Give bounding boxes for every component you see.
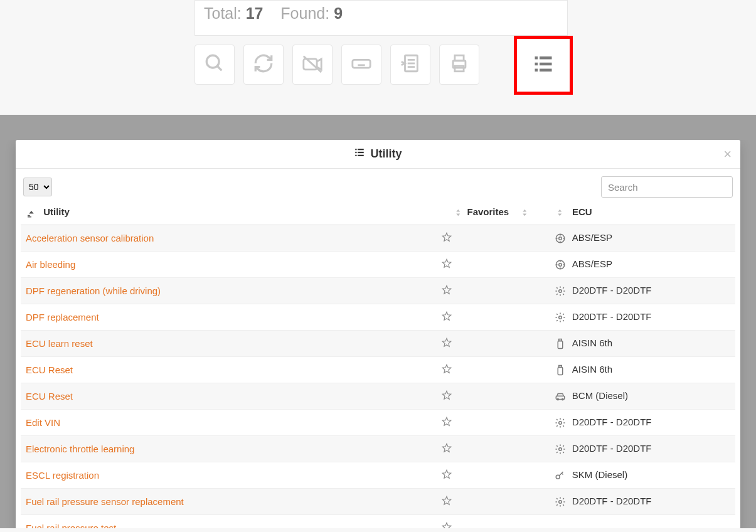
svg-rect-24 (358, 149, 364, 150)
column-header-utility[interactable]: Utility (21, 201, 364, 225)
utility-table: Utility Favorites (21, 201, 735, 528)
table-row: ECU ResetBCM (Diesel) (21, 383, 735, 410)
svg-rect-25 (356, 152, 357, 153)
favorite-star[interactable] (441, 390, 452, 401)
table-row: ESCL registrationSKM (Diesel) (21, 462, 735, 489)
gear-icon (555, 496, 566, 508)
modal-container: Utility × 50 Utility (0, 139, 756, 528)
utility-link[interactable]: Fuel rail pressure test (26, 523, 116, 528)
svg-rect-26 (358, 152, 364, 153)
favorite-star[interactable] (441, 284, 452, 295)
svg-rect-21 (535, 69, 538, 72)
favorite-star[interactable] (441, 469, 452, 480)
found-label: Found: (280, 4, 329, 22)
svg-marker-47 (442, 312, 451, 320)
svg-rect-23 (356, 149, 357, 150)
search-icon (204, 53, 225, 77)
table-row: ECU learn resetAISIN 6th (21, 331, 735, 357)
close-button[interactable]: × (723, 146, 732, 162)
list-button-highlighted[interactable] (514, 36, 573, 95)
gear-icon (555, 444, 566, 455)
key-icon (555, 470, 566, 481)
favorite-star[interactable] (441, 442, 452, 454)
export-icon (400, 53, 421, 77)
sort-asc-icon (26, 207, 37, 218)
ecu-label: AISIN 6th (572, 364, 612, 375)
svg-rect-18 (540, 56, 552, 60)
table-row: Electronic throttle learningD20DTF - D20… (21, 436, 735, 462)
utility-link[interactable]: Fuel rail pressure sensor replacement (26, 496, 184, 507)
table-row: Fuel rail pressure sensor replacementD20… (21, 489, 735, 515)
svg-rect-28 (358, 155, 364, 156)
table-controls: 50 (16, 169, 740, 201)
svg-rect-54 (558, 368, 563, 375)
keyboard-button[interactable] (341, 45, 381, 85)
svg-marker-49 (442, 338, 451, 346)
table-row: Air bleedingABS/ESP (21, 252, 735, 278)
table-row: DPF replacementD20DTF - D20DTF (21, 304, 735, 331)
svg-marker-55 (442, 391, 451, 399)
svg-point-33 (559, 237, 562, 240)
favorite-star[interactable] (441, 416, 452, 427)
ecu-label: D20DTF - D20DTF (572, 496, 652, 506)
refresh-button[interactable] (243, 45, 284, 85)
favorite-star[interactable] (441, 311, 452, 322)
utility-link[interactable]: DPF regeneration (while driving) (26, 285, 161, 296)
svg-point-62 (559, 448, 562, 451)
summary-text: Total: 17 Found: 9 (195, 1, 567, 35)
svg-rect-30 (28, 216, 31, 218)
ecu-label: D20DTF - D20DTF (572, 443, 652, 454)
utility-link[interactable]: Acceleration sensor calibration (26, 233, 154, 243)
sort-icon (555, 207, 566, 218)
utility-link[interactable]: Air bleeding (26, 259, 75, 270)
table-row: Fuel rail pressure test (21, 515, 735, 528)
ecu-label: AISIN 6th (572, 338, 612, 348)
export-button[interactable] (390, 45, 430, 85)
favorite-star[interactable] (441, 231, 452, 243)
toolbar (194, 45, 756, 85)
favorite-star[interactable] (441, 521, 452, 528)
search-input[interactable] (601, 176, 733, 198)
svg-rect-17 (535, 56, 538, 60)
ecu-label: BCM (Diesel) (572, 390, 628, 401)
svg-point-48 (559, 316, 562, 319)
svg-marker-38 (442, 259, 451, 267)
print-button[interactable] (439, 45, 479, 85)
utility-link[interactable]: ESCL registration (26, 470, 99, 481)
svg-point-40 (559, 263, 562, 267)
svg-point-66 (559, 501, 562, 504)
disc-icon (555, 259, 566, 270)
svg-point-46 (559, 290, 562, 293)
utility-link[interactable]: DPF replacement (26, 312, 99, 322)
search-button[interactable] (194, 45, 235, 85)
favorite-star[interactable] (441, 337, 452, 348)
table-row: DPF regeneration (while driving)D20DTF -… (21, 278, 735, 304)
svg-marker-65 (442, 496, 451, 504)
svg-marker-63 (442, 470, 451, 478)
page-size-select[interactable]: 50 (23, 178, 52, 196)
svg-marker-52 (442, 364, 451, 373)
utility-link[interactable]: ECU Reset (26, 364, 73, 375)
svg-marker-61 (442, 444, 451, 452)
camera-off-icon (302, 53, 323, 77)
ecu-label: D20DTF - D20DTF (572, 311, 652, 322)
modal-title: Utility (370, 147, 402, 161)
gear-icon (555, 312, 566, 323)
utility-link[interactable]: ECU learn reset (26, 338, 93, 349)
svg-point-60 (559, 422, 562, 425)
table-row: ECU ResetAISIN 6th (21, 357, 735, 383)
utility-link[interactable]: Edit VIN (26, 417, 60, 428)
favorite-star[interactable] (441, 363, 452, 375)
column-header-favorites[interactable]: Favorites (364, 201, 550, 225)
column-header-ecu[interactable]: ECU (550, 201, 735, 225)
svg-rect-4 (353, 60, 370, 68)
total-value: 17 (246, 4, 264, 22)
favorite-star[interactable] (441, 495, 452, 506)
svg-marker-31 (442, 233, 451, 241)
table-row: Edit VIND20DTF - D20DTF (21, 410, 735, 436)
favorite-star[interactable] (441, 258, 452, 269)
utility-link[interactable]: ECU Reset (26, 391, 73, 402)
utility-link[interactable]: Electronic throttle learning (26, 444, 134, 454)
camera-off-button[interactable] (292, 45, 333, 85)
print-icon (449, 53, 470, 77)
